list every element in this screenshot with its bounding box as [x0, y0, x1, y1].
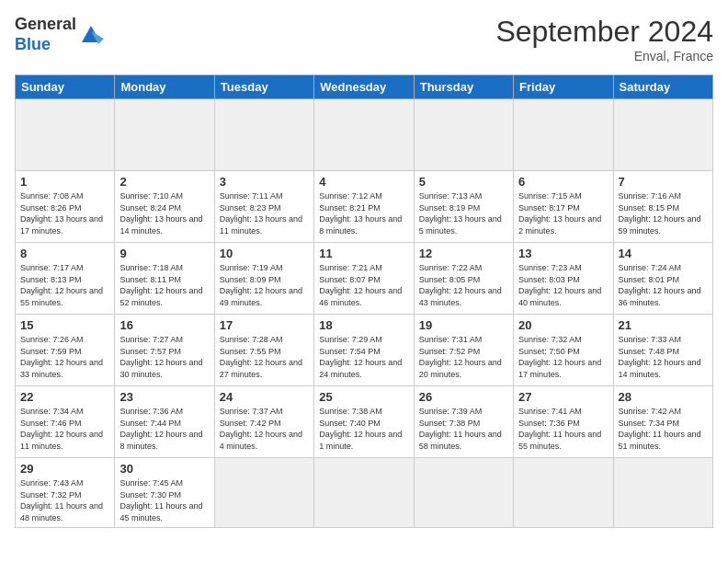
day-info: Sunrise: 7:39 AM Sunset: 7:38 PM Dayligh… [419, 406, 508, 452]
day-info: Sunrise: 7:34 AM Sunset: 7:46 PM Dayligh… [20, 406, 109, 452]
day-number: 29 [20, 462, 109, 476]
table-row: 12Sunrise: 7:22 AM Sunset: 8:05 PM Dayli… [414, 243, 513, 315]
day-info: Sunrise: 7:36 AM Sunset: 7:44 PM Dayligh… [119, 406, 209, 452]
day-number: 22 [20, 390, 109, 404]
day-number: 23 [119, 390, 209, 404]
table-row [613, 99, 712, 171]
table-row: 10Sunrise: 7:19 AM Sunset: 8:09 PM Dayli… [214, 243, 313, 315]
table-row [414, 458, 513, 528]
table-row: 20Sunrise: 7:32 AM Sunset: 7:50 PM Dayli… [514, 315, 613, 386]
day-info: Sunrise: 7:15 AM Sunset: 8:17 PM Dayligh… [518, 190, 608, 236]
header-saturday: Saturday [613, 75, 712, 99]
day-info: Sunrise: 7:17 AM Sunset: 8:13 PM Dayligh… [20, 262, 109, 308]
day-info: Sunrise: 7:21 AM Sunset: 8:07 PM Dayligh… [319, 262, 408, 308]
day-number: 12 [419, 247, 508, 260]
table-row: 26Sunrise: 7:39 AM Sunset: 7:38 PM Dayli… [414, 386, 513, 458]
day-number: 9 [119, 247, 209, 260]
day-number: 5 [419, 175, 508, 189]
table-row [314, 99, 414, 171]
day-info: Sunrise: 7:19 AM Sunset: 8:09 PM Dayligh… [220, 262, 309, 308]
day-info: Sunrise: 7:43 AM Sunset: 7:32 PM Dayligh… [20, 477, 109, 523]
day-number: 14 [619, 247, 708, 260]
header-thursday: Thursday [414, 75, 513, 99]
day-number: 27 [518, 390, 608, 404]
day-number: 16 [119, 318, 209, 332]
table-row: 24Sunrise: 7:37 AM Sunset: 7:42 PM Dayli… [214, 386, 313, 458]
day-info: Sunrise: 7:12 AM Sunset: 8:21 PM Dayligh… [319, 190, 408, 236]
day-number: 25 [319, 390, 408, 404]
table-row [214, 99, 313, 171]
header-tuesday: Tuesday [214, 75, 313, 99]
table-row: 4Sunrise: 7:12 AM Sunset: 8:21 PM Daylig… [314, 171, 414, 243]
day-info: Sunrise: 7:29 AM Sunset: 7:54 PM Dayligh… [319, 334, 408, 380]
table-row [16, 99, 115, 171]
calendar-page: General Blue September 2024 Enval, Franc… [0, 0, 728, 563]
day-info: Sunrise: 7:41 AM Sunset: 7:36 PM Dayligh… [518, 406, 608, 452]
table-row: 8Sunrise: 7:17 AM Sunset: 8:13 PM Daylig… [16, 243, 115, 315]
table-row: 18Sunrise: 7:29 AM Sunset: 7:54 PM Dayli… [314, 315, 414, 386]
table-row [214, 458, 313, 528]
table-row: 22Sunrise: 7:34 AM Sunset: 7:46 PM Dayli… [16, 386, 115, 458]
day-number: 4 [319, 175, 408, 189]
month-title: September 2024 [495, 15, 713, 49]
table-row: 29Sunrise: 7:43 AM Sunset: 7:32 PM Dayli… [16, 458, 115, 528]
table-row: 6Sunrise: 7:15 AM Sunset: 8:17 PM Daylig… [514, 171, 613, 243]
table-row: 3Sunrise: 7:11 AM Sunset: 8:23 PM Daylig… [214, 171, 313, 243]
day-info: Sunrise: 7:10 AM Sunset: 8:24 PM Dayligh… [119, 190, 209, 236]
table-row [514, 458, 613, 528]
header-friday: Friday [514, 75, 613, 99]
table-row: 16Sunrise: 7:27 AM Sunset: 7:57 PM Dayli… [115, 315, 214, 386]
table-row: 11Sunrise: 7:21 AM Sunset: 8:07 PM Dayli… [314, 243, 414, 315]
table-row [613, 458, 712, 528]
day-number: 28 [619, 390, 708, 404]
day-number: 18 [319, 318, 408, 332]
table-row: 30Sunrise: 7:45 AM Sunset: 7:30 PM Dayli… [115, 458, 214, 528]
day-number: 3 [220, 175, 309, 189]
day-number: 2 [119, 175, 209, 189]
table-row [314, 458, 414, 528]
logo-blue: Blue [15, 35, 76, 55]
table-row: 21Sunrise: 7:33 AM Sunset: 7:48 PM Dayli… [613, 315, 712, 386]
day-number: 17 [220, 318, 309, 332]
day-info: Sunrise: 7:27 AM Sunset: 7:57 PM Dayligh… [119, 334, 209, 380]
day-info: Sunrise: 7:38 AM Sunset: 7:40 PM Dayligh… [319, 406, 408, 452]
table-row: 13Sunrise: 7:23 AM Sunset: 8:03 PM Dayli… [514, 243, 613, 315]
table-row: 14Sunrise: 7:24 AM Sunset: 8:01 PM Dayli… [613, 243, 712, 315]
day-info: Sunrise: 7:42 AM Sunset: 7:34 PM Dayligh… [619, 406, 708, 452]
day-number: 24 [220, 390, 309, 404]
calendar-table: Sunday Monday Tuesday Wednesday Thursday… [15, 75, 713, 528]
title-area: September 2024 Enval, France [495, 15, 713, 63]
logo: General Blue [15, 15, 104, 54]
day-number: 26 [419, 390, 508, 404]
table-row: 27Sunrise: 7:41 AM Sunset: 7:36 PM Dayli… [514, 386, 613, 458]
header-wednesday: Wednesday [314, 75, 414, 99]
header-monday: Monday [115, 75, 214, 99]
day-info: Sunrise: 7:23 AM Sunset: 8:03 PM Dayligh… [518, 262, 608, 308]
table-row [514, 99, 613, 171]
table-row: 5Sunrise: 7:13 AM Sunset: 8:19 PM Daylig… [414, 171, 513, 243]
table-row: 17Sunrise: 7:28 AM Sunset: 7:55 PM Dayli… [214, 315, 313, 386]
calendar-header-row: Sunday Monday Tuesday Wednesday Thursday… [16, 75, 713, 99]
day-number: 7 [619, 175, 708, 189]
day-number: 1 [20, 175, 109, 189]
table-row: 2Sunrise: 7:10 AM Sunset: 8:24 PM Daylig… [115, 171, 214, 243]
table-row: 28Sunrise: 7:42 AM Sunset: 7:34 PM Dayli… [613, 386, 712, 458]
day-number: 30 [119, 462, 209, 476]
logo-general: General [15, 15, 76, 35]
day-number: 15 [20, 318, 109, 332]
day-number: 6 [518, 175, 608, 189]
day-info: Sunrise: 7:28 AM Sunset: 7:55 PM Dayligh… [220, 334, 309, 380]
day-number: 21 [619, 318, 708, 332]
day-info: Sunrise: 7:37 AM Sunset: 7:42 PM Dayligh… [220, 406, 309, 452]
day-info: Sunrise: 7:08 AM Sunset: 8:26 PM Dayligh… [20, 190, 109, 236]
day-info: Sunrise: 7:33 AM Sunset: 7:48 PM Dayligh… [619, 334, 708, 380]
table-row: 1Sunrise: 7:08 AM Sunset: 8:26 PM Daylig… [16, 171, 115, 243]
location: Enval, France [495, 49, 713, 63]
day-info: Sunrise: 7:16 AM Sunset: 8:15 PM Dayligh… [619, 190, 708, 236]
day-number: 13 [518, 247, 608, 260]
table-row: 7Sunrise: 7:16 AM Sunset: 8:15 PM Daylig… [613, 171, 712, 243]
day-number: 10 [220, 247, 309, 260]
day-number: 8 [20, 247, 109, 260]
table-row [115, 99, 214, 171]
table-row: 23Sunrise: 7:36 AM Sunset: 7:44 PM Dayli… [115, 386, 214, 458]
